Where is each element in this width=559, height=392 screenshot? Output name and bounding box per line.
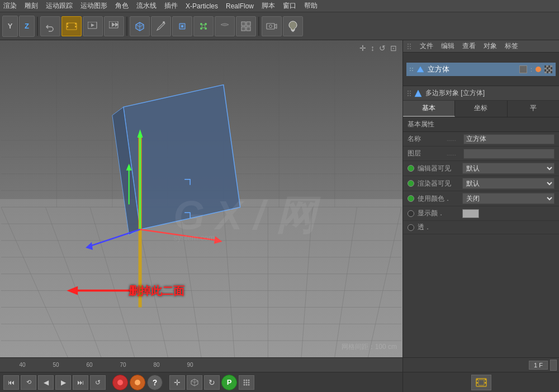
svg-marker-8 bbox=[112, 22, 115, 27]
deformer-icon bbox=[220, 21, 230, 31]
object-mode-square[interactable] bbox=[519, 65, 527, 73]
btn-camera[interactable] bbox=[262, 16, 282, 36]
menu-help[interactable]: 帮助 bbox=[304, 1, 318, 11]
svg-point-75 bbox=[244, 379, 245, 381]
menu-plugin[interactable]: 插件 bbox=[164, 1, 178, 11]
btn-box-tool[interactable] bbox=[187, 375, 202, 390]
menu-render[interactable]: 渲染 bbox=[3, 1, 17, 11]
svg-point-83 bbox=[248, 384, 250, 385]
viewport-ctrl-zoom[interactable]: ↕ bbox=[371, 44, 375, 53]
attr-row-use-color: 使用颜色． 关闭 bbox=[403, 191, 559, 206]
grid-dots-icon bbox=[243, 379, 250, 386]
box-tool-icon bbox=[190, 378, 199, 387]
scene-svg: G X / 网 system.com bbox=[0, 40, 402, 357]
menu-sculpt[interactable]: 雕刻 bbox=[25, 1, 38, 11]
btn-help-circle[interactable]: ? bbox=[147, 375, 163, 390]
btn-grid[interactable] bbox=[236, 16, 256, 36]
menu-window[interactable]: 窗口 bbox=[283, 1, 296, 11]
viewport-ctrl-move[interactable]: ✛ bbox=[359, 44, 366, 53]
btn-undo[interactable] bbox=[40, 16, 60, 36]
menu-motion-graph[interactable]: 运动图形 bbox=[80, 1, 107, 11]
btn-play-back[interactable]: ◀ bbox=[38, 375, 54, 390]
right-menu-file[interactable]: 文件 bbox=[420, 41, 433, 51]
right-menu-tag[interactable]: 标签 bbox=[505, 41, 518, 51]
viewport-ctrl-rotate[interactable]: ↺ bbox=[379, 44, 386, 53]
svg-rect-18 bbox=[247, 22, 250, 26]
btn-z[interactable]: Z bbox=[19, 16, 35, 37]
btn-y[interactable]: Y bbox=[2, 16, 18, 37]
attr-select-render-vis[interactable]: 默认 bbox=[462, 178, 555, 189]
btn-film[interactable] bbox=[471, 375, 491, 390]
attr-radio-render-vis[interactable] bbox=[408, 180, 414, 187]
svg-point-14 bbox=[200, 27, 202, 30]
attr-title: 多边形对象 [立方体] bbox=[425, 88, 485, 98]
timeline-content[interactable]: 40 50 60 70 80 90 bbox=[0, 358, 402, 372]
btn-particle-system[interactable] bbox=[193, 16, 214, 36]
btn-rotate-tool[interactable]: ↻ bbox=[204, 375, 220, 390]
btn-playback-settings[interactable] bbox=[83, 16, 103, 36]
menu-character[interactable]: 角色 bbox=[115, 1, 129, 11]
btn-pen-tool[interactable] bbox=[151, 16, 171, 36]
menu-xparticles[interactable]: X-Particles bbox=[186, 2, 218, 10]
attr-type-icon bbox=[414, 89, 422, 97]
btn-record-active[interactable] bbox=[61, 16, 82, 36]
menu-realflow[interactable]: RealFlow bbox=[226, 2, 254, 10]
grip-icon bbox=[406, 42, 412, 50]
playback-right bbox=[402, 372, 559, 392]
tab-coord[interactable]: 坐标 bbox=[455, 101, 507, 117]
attr-select-use-color[interactable]: 关闭 bbox=[462, 193, 555, 204]
attr-row-editor-vis: 编辑器可见 默认 bbox=[403, 161, 559, 176]
btn-deformer[interactable] bbox=[215, 16, 235, 36]
right-menu-view[interactable]: 查看 bbox=[462, 41, 476, 51]
attr-radio-use-color[interactable] bbox=[408, 195, 414, 202]
viewport-ctrl-fit[interactable]: ⊡ bbox=[390, 44, 397, 53]
svg-rect-17 bbox=[241, 22, 245, 26]
svg-rect-3 bbox=[75, 23, 77, 25]
btn-light[interactable] bbox=[283, 16, 303, 36]
btn-move[interactable] bbox=[172, 16, 192, 36]
attr-value-layer[interactable] bbox=[463, 149, 555, 159]
btn-prev-frame[interactable]: ⟲ bbox=[21, 375, 36, 390]
btn-record-red[interactable] bbox=[112, 375, 128, 390]
svg-point-12 bbox=[200, 23, 202, 25]
attr-radio-transparent[interactable] bbox=[408, 224, 414, 231]
menu-motion-track[interactable]: 运动跟踪 bbox=[46, 1, 73, 11]
svg-point-77 bbox=[248, 379, 250, 381]
attr-radio-display-color[interactable] bbox=[408, 210, 414, 217]
record-orange-icon bbox=[134, 379, 141, 386]
right-panel: 文件 编辑 查看 对象 标签 立方体 : bbox=[402, 40, 559, 357]
btn-p-circle[interactable]: P bbox=[221, 375, 237, 390]
menu-pipeline[interactable]: 流水线 bbox=[136, 1, 157, 11]
timeline-scroll-btn[interactable] bbox=[550, 360, 557, 371]
right-menu-edit[interactable]: 编辑 bbox=[441, 41, 454, 51]
btn-play-fwd[interactable]: ▶ bbox=[55, 375, 71, 390]
btn-skip-start[interactable]: ⏮ bbox=[3, 375, 19, 390]
btn-loop[interactable]: ↺ bbox=[90, 375, 106, 390]
viewport[interactable]: G X / 网 system.com 删掉此二面 ✛ ↕ ↺ ⊡ 网格间距：10… bbox=[0, 40, 402, 357]
svg-point-74 bbox=[135, 380, 140, 385]
btn-grid-dots[interactable] bbox=[239, 375, 254, 390]
svg-rect-1 bbox=[67, 23, 68, 25]
grid-label: 网格间距：100 cm bbox=[342, 342, 397, 352]
svg-line-36 bbox=[45, 207, 101, 357]
current-frame-box[interactable]: 1 F bbox=[529, 361, 548, 370]
attr-color-swatch[interactable] bbox=[462, 209, 479, 218]
btn-record-orange[interactable] bbox=[130, 375, 145, 390]
menu-script[interactable]: 脚本 bbox=[262, 1, 275, 11]
btn-keyframe[interactable] bbox=[104, 16, 124, 36]
grid-icon bbox=[241, 21, 251, 31]
tab-flat[interactable]: 平 bbox=[508, 101, 559, 117]
btn-skip-end[interactable]: ⏭ bbox=[73, 375, 88, 390]
object-name[interactable]: 立方体 bbox=[428, 64, 516, 74]
cube-icon bbox=[135, 21, 145, 31]
attr-select-editor-vis[interactable]: 默认 bbox=[462, 163, 555, 174]
attr-radio-editor-vis[interactable] bbox=[408, 165, 414, 172]
btn-move-tool[interactable]: ✛ bbox=[169, 375, 185, 390]
object-item[interactable]: 立方体 : bbox=[406, 63, 556, 76]
tab-basic[interactable]: 基本 bbox=[403, 101, 455, 117]
tick-60: 60 bbox=[73, 362, 106, 368]
attr-input-name[interactable] bbox=[463, 134, 555, 144]
right-menu-object[interactable]: 对象 bbox=[484, 41, 497, 51]
btn-select-object[interactable] bbox=[130, 16, 150, 36]
right-panel-topmenu: 文件 编辑 查看 对象 标签 bbox=[403, 40, 559, 53]
